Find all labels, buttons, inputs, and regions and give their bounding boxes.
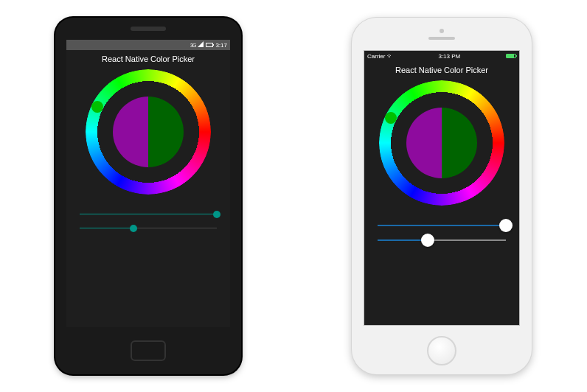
iphone-home-button[interactable] bbox=[427, 336, 456, 365]
android-color-wheel[interactable] bbox=[86, 69, 211, 195]
status-time: 3:13 PM bbox=[438, 53, 460, 60]
android-home-button[interactable] bbox=[131, 340, 166, 361]
app-title: React Native Color Picker bbox=[66, 50, 230, 66]
android-speaker bbox=[131, 27, 166, 31]
network-label: 3G bbox=[190, 43, 195, 48]
android-status-bar: 3G 3:17 bbox=[66, 40, 230, 50]
android-sliders bbox=[80, 214, 217, 228]
app-title: React Native Color Picker bbox=[364, 61, 519, 77]
battery-icon bbox=[206, 43, 213, 47]
color-preview-swatch[interactable] bbox=[406, 108, 477, 178]
battery-icon bbox=[506, 54, 516, 58]
iphone-screen: Carrier ᯤ 3:13 PM React Native Color Pic… bbox=[364, 50, 520, 326]
carrier-label: Carrier ᯤ bbox=[367, 53, 393, 60]
signal-icon bbox=[198, 41, 204, 49]
hue-selector-knob[interactable] bbox=[91, 101, 103, 113]
value-slider[interactable] bbox=[378, 239, 506, 241]
status-time: 3:17 bbox=[215, 42, 227, 49]
android-top-bezel bbox=[55, 18, 241, 40]
wifi-icon: ᯤ bbox=[387, 53, 393, 60]
value-slider[interactable] bbox=[80, 228, 217, 228]
iphone-speaker bbox=[428, 37, 455, 40]
iphone-top-bezel bbox=[352, 18, 532, 50]
iphone-camera bbox=[440, 29, 444, 33]
hue-selector-knob[interactable] bbox=[385, 112, 397, 124]
ios-status-bar: Carrier ᯤ 3:13 PM bbox=[364, 51, 519, 61]
saturation-slider[interactable] bbox=[378, 225, 506, 226]
ios-sliders bbox=[378, 225, 506, 241]
android-device-frame: 3G 3:17 React Native Color Picker bbox=[55, 18, 241, 374]
status-right bbox=[506, 54, 516, 58]
iphone-device-frame: Carrier ᯤ 3:13 PM React Native Color Pic… bbox=[352, 18, 532, 374]
saturation-slider[interactable] bbox=[80, 214, 217, 214]
ios-color-wheel[interactable] bbox=[379, 80, 504, 206]
color-preview-swatch[interactable] bbox=[113, 97, 184, 167]
android-screen: 3G 3:17 React Native Color Picker bbox=[66, 40, 230, 327]
